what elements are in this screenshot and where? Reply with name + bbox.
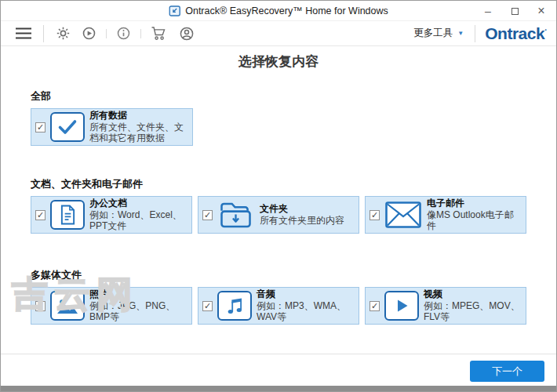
app-window: Ontrack® EasyRecovery™ Home for Windows … — [0, 0, 557, 392]
maximize-button[interactable] — [501, 1, 528, 21]
close-button[interactable]: × — [528, 1, 555, 21]
email-icon — [384, 199, 422, 230]
folder-icon — [217, 199, 255, 230]
card-title: 办公文档 — [89, 198, 187, 209]
card-desc: 所有文件、文件夹、文档和其它有用数据 — [89, 122, 188, 145]
check-icon: ✓ — [371, 211, 378, 220]
section-label-multimedia: 多媒体文件 — [31, 268, 526, 282]
card-desc: 例如：JPG、PNG、BMP等 — [89, 300, 187, 324]
checkbox-all-data[interactable]: ✓ — [35, 122, 46, 132]
bottom-strip — [1, 386, 556, 391]
title-bar: Ontrack® EasyRecovery™ Home for Windows … — [1, 1, 556, 21]
cart-icon[interactable] — [151, 26, 168, 41]
card-audio[interactable]: ✓ 音频 例如：MP3、WMA、WAV等 — [198, 287, 359, 325]
card-desc: 例如：MPEG、MOV、FLV等 — [424, 300, 522, 324]
history-icon[interactable] — [82, 26, 96, 41]
document-icon — [50, 200, 85, 230]
ontrack-logo: Ontrack· — [482, 24, 547, 43]
check-icon: ✓ — [37, 123, 44, 132]
more-tools-label: 更多工具 — [413, 27, 453, 40]
logo-mark: · — [544, 26, 547, 34]
checkbox-video[interactable]: ✓ — [370, 301, 380, 311]
card-all-data[interactable]: ✓ 所有数据 所有文件、文件夹、文档和其它有用数据 — [31, 108, 193, 146]
maximize-icon — [511, 8, 519, 15]
checkbox-folders[interactable]: ✓ — [202, 210, 213, 220]
more-tools-button[interactable]: 更多工具 ▼ — [409, 24, 468, 43]
audio-icon — [217, 291, 252, 321]
card-folders[interactable]: ✓ 文件夹 所有文件夹里的内容 — [198, 196, 359, 234]
card-title: 文件夹 — [260, 203, 344, 215]
toolbar-separator — [140, 29, 141, 38]
checkbox-photos[interactable]: ✓ — [35, 301, 46, 311]
checkbox-audio[interactable]: ✓ — [202, 301, 213, 311]
card-title: 电子邮件 — [427, 198, 522, 209]
app-icon — [169, 5, 180, 16]
all-data-check-icon — [50, 112, 85, 142]
check-icon: ✓ — [371, 302, 378, 310]
window-title: Ontrack® EasyRecovery™ Home for Windows — [185, 5, 388, 16]
card-desc: 像MS Outlook电子邮件 — [427, 209, 522, 233]
next-button[interactable]: 下一个 — [470, 361, 544, 382]
card-office-docs[interactable]: ✓ 办公文档 例如：Word、Excel、PPT文件 — [31, 196, 192, 234]
card-photos[interactable]: ✓ 照片 例如：JPG、PNG、BMP等 — [31, 287, 192, 325]
gear-icon[interactable] — [56, 26, 71, 41]
card-email[interactable]: ✓ 电子邮件 像MS Outlook电子邮件 — [365, 196, 526, 234]
menu-icon[interactable] — [16, 27, 31, 39]
section-label-all: 全部 — [31, 89, 526, 103]
checkbox-email[interactable]: ✓ — [370, 210, 380, 220]
toolbar-separator — [475, 25, 475, 42]
video-icon — [384, 291, 419, 321]
chevron-down-icon: ▼ — [457, 30, 464, 37]
card-video[interactable]: ✓ 视频 例如：MPEG、MOV、FLV等 — [365, 287, 526, 325]
card-title: 音频 — [257, 289, 355, 300]
minimize-button[interactable]: – — [475, 1, 501, 21]
card-title: 照片 — [89, 289, 187, 300]
checkbox-office-docs[interactable]: ✓ — [35, 210, 46, 220]
page-title: 选择恢复内容 — [1, 53, 556, 71]
info-icon[interactable] — [116, 26, 131, 41]
toolbar-separator — [43, 25, 44, 42]
check-icon: ✓ — [37, 211, 44, 220]
card-desc: 所有文件夹里的内容 — [260, 215, 344, 227]
card-title: 视频 — [424, 289, 522, 300]
toolbar: 更多工具 ▼ Ontrack· — [1, 21, 556, 46]
section-label-docs: 文档、文件夹和电子邮件 — [31, 177, 526, 191]
user-icon[interactable] — [179, 26, 195, 42]
card-desc: 例如：Word、Excel、PPT文件 — [89, 209, 187, 233]
photo-icon — [50, 291, 85, 321]
check-icon: ✓ — [204, 302, 211, 310]
footer: 下一个 — [1, 354, 556, 386]
check-icon: ✓ — [204, 211, 211, 220]
toolbar-separator — [106, 29, 107, 38]
card-title: 所有数据 — [89, 110, 188, 122]
card-desc: 例如：MP3、WMA、WAV等 — [257, 300, 355, 324]
check-icon: ✓ — [37, 302, 44, 310]
